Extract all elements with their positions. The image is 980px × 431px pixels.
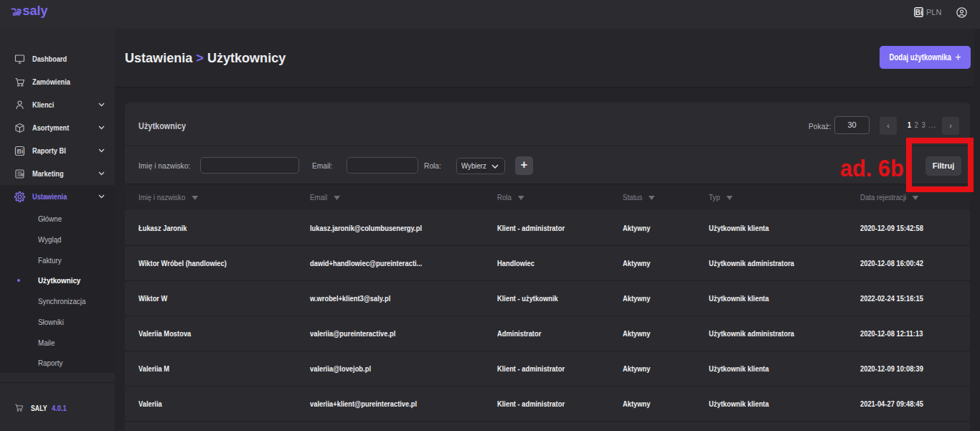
- svg-text:Bi: Bi: [915, 9, 923, 16]
- svg-text:saly: saly: [23, 4, 48, 18]
- svg-text:Bi: Bi: [17, 148, 23, 155]
